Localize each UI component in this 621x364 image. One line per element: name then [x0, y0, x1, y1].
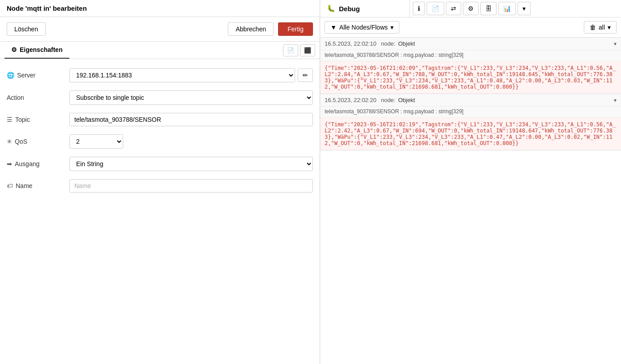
tag-icon: 🏷 [7, 182, 13, 189]
msg-object: Objekt [398, 40, 415, 47]
db-icon-btn[interactable]: 🗄 [480, 2, 497, 15]
left-panel: Node 'mqtt in' bearbeiten Löschen Abbrec… [0, 0, 320, 364]
debug-title: 🐛 Debug [320, 0, 410, 17]
tabs-row: ⚙ Eigenschaften 📄 ⬛ [0, 42, 320, 59]
topic-input-group [69, 113, 313, 126]
debug-title-text: Debug [339, 5, 360, 13]
ausgang-row: ➡ Ausgang Ein String [7, 157, 313, 171]
bug-icon: 🐛 [327, 4, 335, 13]
server-edit-button[interactable]: ✏ [298, 69, 313, 82]
gear-icon: ⚙ [11, 46, 17, 53]
right-panel: 🐛 Debug ℹ 📄 ⇄ ⚙ 🗄 📊 ▾ ▼ Alle Nodes/Flows… [320, 0, 621, 364]
tab-eigenschaften[interactable]: ⚙ Eigenschaften [4, 42, 69, 59]
msg-object: Objekt [398, 97, 415, 103]
server-icon: 🌐 [7, 72, 14, 79]
chart-icon-btn[interactable]: 📊 [498, 2, 516, 15]
delete-all-button[interactable]: 🗑 all ▾ [584, 21, 617, 34]
topic-label: ☰ Topic [7, 116, 69, 123]
delete-label: all [599, 24, 605, 31]
doc-icon-btn[interactable]: 📄 [427, 2, 444, 15]
ausgang-icon: ➡ [7, 160, 12, 167]
name-input[interactable] [69, 179, 313, 193]
msg-path: tele/tasmota_903788/SENSOR : msg.payload… [320, 50, 621, 61]
qos-row: ✳ QoS 2 [7, 134, 313, 149]
name-input-group [69, 179, 313, 193]
name-label-text: Name [16, 182, 32, 189]
action-select[interactable]: Subscribe to single topic [69, 90, 313, 105]
debug-message-body: {"Time":"2023-05-16T21:02:19","Tagstrom"… [320, 118, 621, 150]
debug-filter-area: ▼ Alle Nodes/Flows ▾ 🗑 all ▾ [320, 17, 621, 38]
action-label-text: Action [7, 94, 24, 101]
server-label: 🌐 Server [7, 72, 69, 79]
debug-nav-icons: ℹ 📄 ⇄ ⚙ 🗄 📊 ▾ [410, 0, 534, 17]
trash-icon: 🗑 [590, 24, 596, 31]
tab-eigenschaften-label: Eigenschaften [20, 46, 63, 53]
filter-button[interactable]: ▼ Alle Nodes/Flows ▾ [325, 21, 399, 34]
tab-icon-doc[interactable]: 📄 [283, 44, 298, 56]
qos-icon: ✳ [7, 138, 12, 145]
qos-input-group: 2 [69, 134, 313, 149]
flow-icon-btn[interactable]: ⇄ [446, 2, 461, 15]
name-label: 🏷 Name [7, 182, 69, 189]
info-icon-btn[interactable]: ℹ [413, 2, 425, 15]
btn-group-right: Abbrechen Fertig [228, 22, 313, 36]
delete-chevron-icon: ▾ [608, 24, 611, 31]
panel-title: Node 'mqtt in' bearbeiten [0, 0, 320, 17]
filter-chevron-icon: ▾ [390, 24, 394, 31]
qos-label: ✳ QoS [7, 138, 69, 145]
expand-icon: ▾ [614, 97, 617, 103]
server-label-text: Server [17, 72, 35, 79]
debug-messages: 16.5.2023, 22:02:10 node: Objekt ▾ tele/… [320, 38, 621, 364]
msg-node: node: [381, 97, 396, 103]
ausgang-input-group: Ein String [69, 157, 313, 171]
toolbar-row: Löschen Abbrechen Fertig [0, 17, 320, 42]
topic-input[interactable] [69, 113, 313, 126]
debug-message-header[interactable]: 16.5.2023, 22:02:10 node: Objekt ▾ [320, 38, 621, 50]
debug-header: 🐛 Debug ℹ 📄 ⇄ ⚙ 🗄 📊 ▾ [320, 0, 621, 17]
msg-path: tele/tasmota_903788/SENSOR : msg.payload… [320, 107, 621, 118]
tab-icon-box[interactable]: ⬛ [300, 44, 315, 56]
server-row: 🌐 Server 192.168.1.154:1883 ✏ [7, 68, 313, 82]
filter-label: Alle Nodes/Flows [339, 24, 388, 31]
debug-message-body: {"Time":"2023-05-16T21:02:09","Tagstrom"… [320, 61, 621, 94]
server-select[interactable]: 192.168.1.154:1883 [69, 68, 295, 82]
settings-icon-btn[interactable]: ⚙ [463, 2, 479, 15]
tab-icons: 📄 ⬛ [283, 44, 315, 56]
msg-timestamp: 16.5.2023, 22:02:10 [325, 40, 377, 47]
qos-select[interactable]: 2 [69, 134, 123, 149]
abbrechen-button[interactable]: Abbrechen [228, 22, 274, 36]
ausgang-label: ➡ Ausgang [7, 160, 69, 167]
ausgang-select[interactable]: Ein String [69, 157, 313, 171]
panel-title-text: Node 'mqtt in' bearbeiten [7, 4, 87, 12]
fertig-button[interactable]: Fertig [278, 22, 313, 36]
expand-icon: ▾ [614, 41, 617, 47]
qos-label-text: QoS [15, 138, 27, 145]
debug-message-header[interactable]: 16.5.2023, 22:02:20 node: Objekt ▾ [320, 94, 621, 107]
topic-row: ☰ Topic [7, 113, 313, 126]
topic-label-text: Topic [15, 116, 30, 123]
server-input-group: 192.168.1.154:1883 ✏ [69, 68, 313, 82]
action-row: Action Subscribe to single topic [7, 90, 313, 105]
filter-icon: ▼ [330, 24, 337, 31]
list-icon: ☰ [7, 116, 13, 123]
name-row: 🏷 Name [7, 179, 313, 193]
msg-timestamp: 16.5.2023, 22:02:20 [325, 97, 377, 103]
expand-icon-btn[interactable]: ▾ [518, 2, 531, 15]
action-input-group: Subscribe to single topic [69, 90, 313, 105]
form-area: 🌐 Server 192.168.1.154:1883 ✏ Action Sub… [0, 59, 320, 364]
action-label: Action [7, 94, 69, 101]
ausgang-label-text: Ausgang [15, 160, 39, 167]
msg-node: node: [381, 40, 396, 47]
loeschen-button[interactable]: Löschen [7, 22, 46, 36]
